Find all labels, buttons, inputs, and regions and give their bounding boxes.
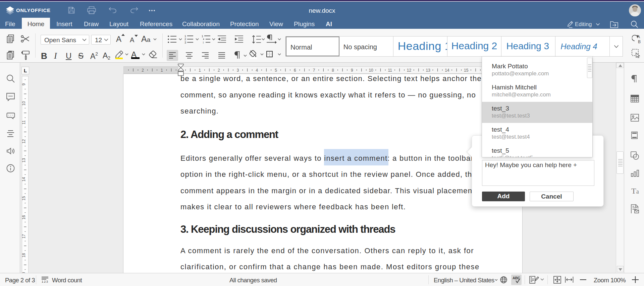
svg-text:1 2 3: 1 2 3 bbox=[42, 280, 48, 283]
